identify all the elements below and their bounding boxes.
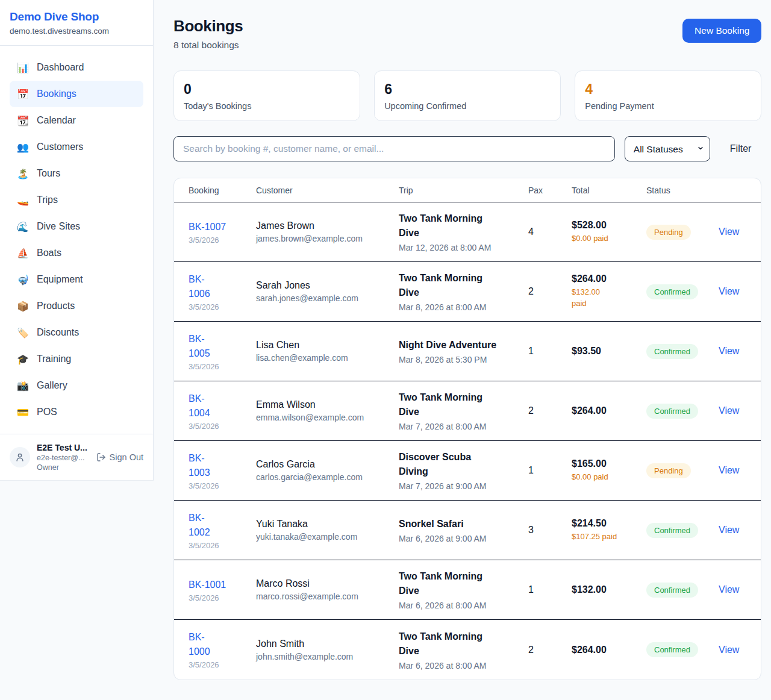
trip-name: Two Tank Morning Dive xyxy=(399,630,521,658)
page-header: Bookings 8 total bookings New Booking xyxy=(173,17,761,51)
sidebar-item-boats[interactable]: ⛵ Boats xyxy=(10,240,143,266)
sidebar-item-label: Equipment xyxy=(37,274,83,285)
status-select-wrap: All Statuses xyxy=(625,136,710,161)
paid-amount: $0.00 paid xyxy=(572,472,639,483)
avatar xyxy=(10,447,30,467)
search-input[interactable] xyxy=(173,136,615,161)
brand-domain: demo.test.divestreams.com xyxy=(10,27,143,36)
sidebar-item-discounts[interactable]: 🏷️ Discounts xyxy=(10,319,143,346)
stat-value: 0 xyxy=(184,81,350,98)
sign-out-button[interactable]: Sign Out xyxy=(96,452,143,462)
sidebar-item-dive-sites[interactable]: 🌊 Dive Sites xyxy=(10,213,143,240)
customers-icon: 👥 xyxy=(17,142,29,153)
sidebar-item-label: Gallery xyxy=(37,380,67,391)
pax-count: 2 xyxy=(528,405,572,416)
stat-upcoming-confirmed: 6 Upcoming Confirmed xyxy=(374,70,561,121)
view-link[interactable]: View xyxy=(719,227,746,237)
wave-icon: 🌊 xyxy=(17,221,29,233)
stat-pending-payment: 4 Pending Payment xyxy=(575,70,761,121)
sidebar-item-equipment[interactable]: 🤿 Equipment xyxy=(10,266,143,293)
booking-date: 3/5/2026 xyxy=(189,302,249,311)
status-badge: Confirmed xyxy=(646,284,698,299)
table-header-row: Booking Customer Trip Pax Total Status xyxy=(174,178,761,202)
sidebar-item-dashboard[interactable]: 📊 Dashboard xyxy=(10,54,143,81)
booking-id-link[interactable]: BK- 1004 xyxy=(189,392,249,420)
col-header-total: Total xyxy=(572,186,646,195)
booking-date: 3/5/2026 xyxy=(189,362,249,371)
stat-label: Upcoming Confirmed xyxy=(384,101,551,111)
sign-out-label: Sign Out xyxy=(110,452,143,462)
trip-date: Mar 6, 2026 at 8:00 AM xyxy=(399,601,521,610)
view-link[interactable]: View xyxy=(719,346,746,357)
paid-amount: $0.00 paid xyxy=(572,233,639,245)
status-badge: Pending xyxy=(646,463,691,478)
sidebar-item-gallery[interactable]: 📸 Gallery xyxy=(10,372,143,399)
view-link[interactable]: View xyxy=(719,645,746,655)
booking-id-link[interactable]: BK- 1003 xyxy=(189,451,249,480)
bookings-calendar-icon: 📅 xyxy=(17,89,29,100)
page-title: Bookings xyxy=(173,17,243,36)
table-row: BK-10013/5/2026 Marco Rossimarco.rossi@e… xyxy=(174,560,761,620)
trip-date: Mar 8, 2026 at 5:30 PM xyxy=(399,355,521,364)
status-badge: Pending xyxy=(646,225,691,240)
sidebar-item-training[interactable]: 🎓 Training xyxy=(10,346,143,372)
pax-count: 1 xyxy=(528,465,572,476)
booking-id-link[interactable]: BK-1007 xyxy=(189,220,249,234)
status-badge: Confirmed xyxy=(646,583,698,598)
booking-id-link[interactable]: BK-1001 xyxy=(189,578,249,592)
sidebar-item-customers[interactable]: 👥 Customers xyxy=(10,134,143,160)
table-row: BK- 10033/5/2026 Carlos Garciacarlos.gar… xyxy=(174,441,761,501)
view-link[interactable]: View xyxy=(719,525,746,536)
sailboat-icon: ⛵ xyxy=(17,248,29,259)
customer-name: Sarah Jones xyxy=(256,280,392,291)
booking-id-link[interactable]: BK- 1005 xyxy=(189,332,249,361)
status-badge: Confirmed xyxy=(646,404,698,419)
sidebar-item-products[interactable]: 📦 Products xyxy=(10,293,143,319)
sidebar-item-bookings[interactable]: 📅 Bookings xyxy=(10,81,143,107)
trip-date: Mar 6, 2026 at 8:00 AM xyxy=(399,661,521,670)
trip-date: Mar 6, 2026 at 9:00 AM xyxy=(399,534,521,543)
sidebar-item-label: Training xyxy=(37,354,71,364)
sidebar-item-calendar[interactable]: 📆 Calendar xyxy=(10,107,143,134)
package-icon: 📦 xyxy=(17,301,29,312)
brand-block: Demo Dive Shop demo.test.divestreams.com xyxy=(0,0,153,46)
view-link[interactable]: View xyxy=(719,584,746,595)
trip-date: Mar 8, 2026 at 8:00 AM xyxy=(399,302,521,312)
brand-name: Demo Dive Shop xyxy=(10,10,143,23)
view-link[interactable]: View xyxy=(719,465,746,476)
booking-id-link[interactable]: BK- 1006 xyxy=(189,272,249,301)
pax-count: 2 xyxy=(528,645,572,655)
booking-date: 3/5/2026 xyxy=(189,660,249,669)
col-header-trip: Trip xyxy=(399,186,528,195)
booking-date: 3/5/2026 xyxy=(189,481,249,490)
credit-card-icon: 💳 xyxy=(17,407,29,418)
pax-count: 4 xyxy=(528,227,572,237)
trip-name: Snorkel Safari xyxy=(399,517,521,531)
booking-id-link[interactable]: BK- 1000 xyxy=(189,630,249,659)
sidebar-item-pos[interactable]: 💳 POS xyxy=(10,399,143,425)
view-link[interactable]: View xyxy=(719,405,746,416)
page-title-block: Bookings 8 total bookings xyxy=(173,17,243,51)
view-link[interactable]: View xyxy=(719,286,746,297)
sidebar-nav: 📊 Dashboard 📅 Bookings 📆 Calendar 👥 Cust… xyxy=(0,46,153,434)
stat-value: 4 xyxy=(585,81,751,98)
filter-button[interactable]: Filter xyxy=(730,143,752,154)
pax-count: 1 xyxy=(528,346,572,357)
sidebar-item-label: Customers xyxy=(37,142,83,152)
sidebar-item-tours[interactable]: 🏝️ Tours xyxy=(10,160,143,187)
table-row: BK- 10063/5/2026 Sarah Jonessarah.jones@… xyxy=(174,262,761,322)
new-booking-button[interactable]: New Booking xyxy=(682,19,761,43)
sidebar-item-label: Dashboard xyxy=(37,62,84,73)
pax-count: 2 xyxy=(528,286,572,297)
stat-label: Today's Bookings xyxy=(184,101,350,111)
graduation-cap-icon: 🎓 xyxy=(17,354,29,365)
sidebar-item-label: Trips xyxy=(37,195,58,205)
logout-icon xyxy=(96,452,106,462)
user-role: Owner xyxy=(37,463,90,472)
sidebar-item-trips[interactable]: 🚤 Trips xyxy=(10,187,143,213)
status-badge: Confirmed xyxy=(646,642,698,657)
status-select[interactable]: All Statuses xyxy=(625,136,710,161)
table-row: BK- 10023/5/2026 Yuki Tanakayuki.tanaka@… xyxy=(174,501,761,560)
booking-id-link[interactable]: BK- 1002 xyxy=(189,511,249,540)
booking-date: 3/5/2026 xyxy=(189,593,249,602)
